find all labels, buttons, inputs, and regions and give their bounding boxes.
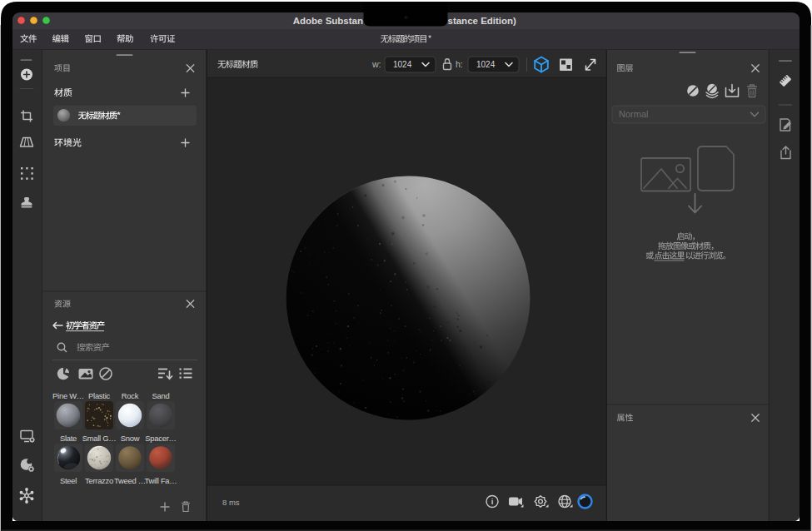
svg-text:i: i — [491, 497, 494, 506]
svg-text:Small G…: Small G… — [82, 434, 117, 443]
svg-text:Normal: Normal — [619, 109, 648, 119]
svg-text:Snow: Snow — [121, 434, 140, 443]
svg-text:Pine W…: Pine W… — [52, 391, 84, 400]
svg-text:h:: h: — [456, 59, 463, 69]
svg-text:Twill Fa…: Twill Fa… — [145, 476, 177, 485]
svg-text:Sand: Sand — [152, 391, 170, 400]
svg-text:Rock: Rock — [122, 391, 139, 400]
svg-text:8 ms: 8 ms — [222, 498, 240, 507]
svg-text:Plastic: Plastic — [88, 391, 110, 400]
svg-text:Terrazzo: Terrazzo — [85, 476, 113, 485]
svg-text:Steel: Steel — [60, 476, 77, 485]
svg-text:1024: 1024 — [476, 60, 496, 69]
svg-text:Tweed …: Tweed … — [114, 476, 146, 485]
svg-text:w:: w: — [371, 59, 381, 69]
svg-text:1024: 1024 — [393, 60, 412, 69]
svg-text:Adobe Substan: Adobe Substan — [293, 16, 363, 26]
svg-text:Slate: Slate — [60, 434, 77, 443]
svg-text:Spacer…: Spacer… — [145, 434, 176, 443]
svg-text:stance Edition): stance Edition) — [448, 16, 517, 26]
